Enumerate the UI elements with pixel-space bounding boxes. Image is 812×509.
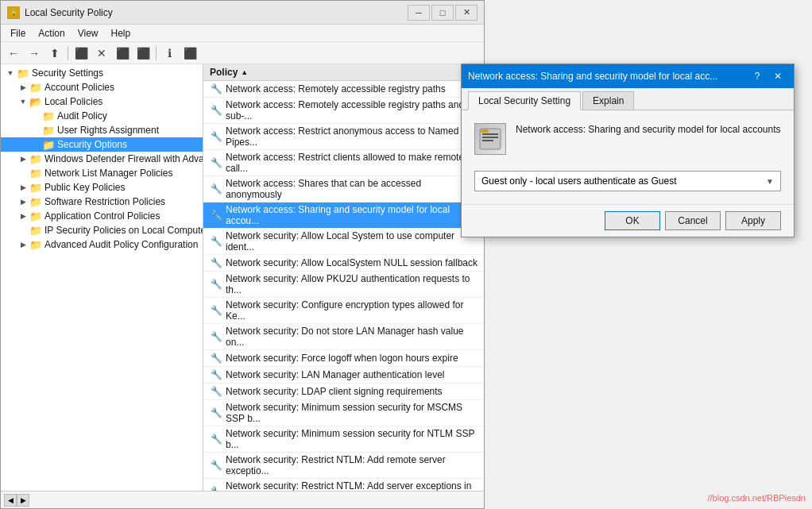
list-row[interactable]: 🔧Network security: Configure encryption … [203,298,484,324]
policy-row-icon: 🔧 [210,83,222,95]
tree-item-user-rights[interactable]: 📁 User Rights Assignment [1,123,203,137]
help-toolbar-button[interactable]: ℹ [160,44,179,62]
list-row[interactable]: 🔧Network access: Remotely accessible reg… [203,98,484,124]
list-row[interactable]: 🔧Network access: Shares that can be acce… [203,176,484,202]
list-row[interactable]: 🔧Network security: Restrict NTLM: Add se… [203,479,484,491]
list-row[interactable]: 🔧Network security: Restrict NTLM: Add re… [203,453,484,479]
list-row[interactable]: 🔧Network security: Allow LocalSystem NUL… [203,255,484,272]
menu-view[interactable]: View [72,26,105,40]
tree-item-network-list[interactable]: 📁 Network List Manager Policies [1,166,203,180]
policy-row-text: Network access: Sharing and security mod… [226,204,478,226]
list-row[interactable]: 🔧Network security: Force logoff when log… [203,350,484,367]
folder-icon-public-key: 📁 [29,181,42,194]
policy-row-icon: 🔧 [210,485,222,491]
policy-row-text: Network access: Restrict anonymous acces… [226,125,478,148]
folder-icon-app-control: 📁 [29,210,42,222]
tree-item-account-policies[interactable]: ▶ 📁 Account Policies [1,80,203,94]
tree-item-security-options[interactable]: 📁 Security Options [1,137,203,152]
policy-row-text: Network security: Force logoff when logo… [226,353,478,364]
extra-button[interactable]: ⬛ [180,44,199,62]
menu-file[interactable]: File [4,26,32,40]
policy-row-text: Network access: Remotely accessible regi… [226,83,478,94]
policy-row-icon: 🔧 [210,130,222,143]
cancel-button[interactable]: Cancel [665,211,721,230]
export-button[interactable]: ⬛ [133,44,153,62]
policy-row-icon: 🔧 [210,278,222,291]
tab-local-security-setting[interactable]: Local Security Setting [468,91,581,110]
menu-action[interactable]: Action [32,26,71,40]
dialog-tabs: Local Security Setting Explain [462,88,794,110]
scroll-left-button[interactable]: ◀ [4,494,17,507]
security-model-dropdown[interactable]: Guest only - local users authenticate as… [474,171,781,191]
policy-row-icon: 🔧 [210,304,222,317]
tree-item-security-settings[interactable]: ▼ 📁 Security Settings [1,66,203,80]
tree-item-software-restriction[interactable]: ▶ 📁 Software Restriction Policies [1,195,203,209]
menu-help[interactable]: Help [105,26,137,40]
policy-row-icon: 🔧 [210,209,222,222]
expand-public-key[interactable]: ▶ [17,181,29,194]
tree-item-windows-firewall[interactable]: ▶ 📁 Windows Defender Firewall with Adva.… [1,152,203,166]
dropdown-arrow-icon: ▼ [766,177,774,186]
policy-row-text: Network security: Minimum session securi… [226,428,478,450]
up-button[interactable]: ⬆ [45,44,64,62]
maximize-button[interactable]: □ [431,5,454,21]
policy-row-text: Network security: Allow LocalSystem NULL… [226,257,478,268]
list-row[interactable]: 🔧Network security: Allow PKU2U authentic… [203,272,484,298]
properties-button[interactable]: ⬛ [113,44,132,62]
tree-item-ip-security[interactable]: 📁 IP Security Policies on Local Compute.… [1,223,203,237]
expand-security-settings[interactable]: ▼ [4,67,17,79]
policy-row-text: Network access: Remotely accessible regi… [226,99,478,121]
tree-item-app-control[interactable]: ▶ 📁 Application Control Policies [1,209,203,223]
list-row[interactable]: 🔧Network security: LAN Manager authentic… [203,367,484,384]
tree-item-advanced-audit[interactable]: ▶ 📁 Advanced Audit Policy Configuration [1,237,203,252]
expand-local-policies[interactable]: ▼ [17,95,29,108]
tree-item-public-key[interactable]: ▶ 📁 Public Key Policies [1,180,203,195]
scroll-right-button[interactable]: ▶ [17,494,29,507]
minimize-button[interactable]: ─ [408,5,430,21]
policy-row-icon: 🔧 [210,368,222,381]
delete-button[interactable]: ✕ [92,44,111,62]
list-row[interactable]: 🔧Network security: Minimum session secur… [203,426,484,453]
expand-account-policies[interactable]: ▶ [17,81,29,94]
svg-rect-4 [481,129,489,133]
dialog-close-button[interactable]: ✕ [768,68,787,84]
back-button[interactable]: ← [4,44,23,62]
list-row[interactable]: 🔧Network access: Remotely accessible reg… [203,81,484,98]
list-row[interactable]: 🔧Network security: Minimum session secur… [203,400,484,426]
policy-row-text: Network security: LAN Manager authentica… [226,369,478,380]
folder-icon-windows-firewall: 📁 [29,152,42,165]
svg-rect-3 [482,140,493,141]
list-header-policy[interactable]: Policy ▲ [203,64,484,81]
tree-item-audit-policy[interactable]: 📁 Audit Policy [1,109,203,123]
apply-button[interactable]: Apply [725,211,781,230]
policy-row-icon: 🔧 [210,330,222,343]
list-row[interactable]: 🔧Network security: LDAP client signing r… [203,384,484,400]
tree-label-security-options: Security Options [57,139,127,150]
dialog-buttons: OK Cancel Apply [462,204,794,237]
tree-label-local-policies: Local Policies [44,96,102,107]
list-row[interactable]: 🔧Network access: Restrict clients allowe… [203,150,484,176]
svg-rect-1 [482,133,498,135]
list-row[interactable]: 🔧Network access: Restrict anonymous acce… [203,124,484,150]
list-row[interactable]: 🔧Network security: Do not store LAN Mana… [203,324,484,350]
dropdown-value: Guest only - local users authenticate as… [481,175,676,187]
list-row[interactable]: 🔧Network access: Sharing and security mo… [203,202,484,229]
expand-advanced-audit[interactable]: ▶ [17,238,29,251]
tree-item-local-policies[interactable]: ▼ 📂 Local Policies [1,94,203,109]
expand-windows-firewall[interactable]: ▶ [17,152,29,165]
content-area: ▼ 📁 Security Settings ▶ 📁 Account Polici… [1,64,484,491]
tree-label-advanced-audit: Advanced Audit Policy Configuration [44,239,198,250]
close-button[interactable]: ✕ [455,5,478,21]
ok-button[interactable]: OK [605,211,660,230]
policy-row-text: Network security: Restrict NTLM: Add ser… [226,480,478,491]
show-hide-button[interactable]: ⬛ [72,44,91,62]
list-panel: Policy ▲ 🔧Network access: Remotely acces… [203,64,484,491]
policy-row-text: Network security: Minimum session securi… [226,402,478,424]
list-row[interactable]: 🔧Network security: Allow Local System to… [203,229,484,255]
dialog-window: Network access: Sharing and security mod… [461,64,795,237]
tab-explain[interactable]: Explain [582,91,634,110]
forward-button[interactable]: → [25,44,44,62]
dialog-help-button[interactable]: ? [748,68,767,84]
expand-app-control[interactable]: ▶ [17,210,29,222]
expand-software-restriction[interactable]: ▶ [17,195,29,208]
